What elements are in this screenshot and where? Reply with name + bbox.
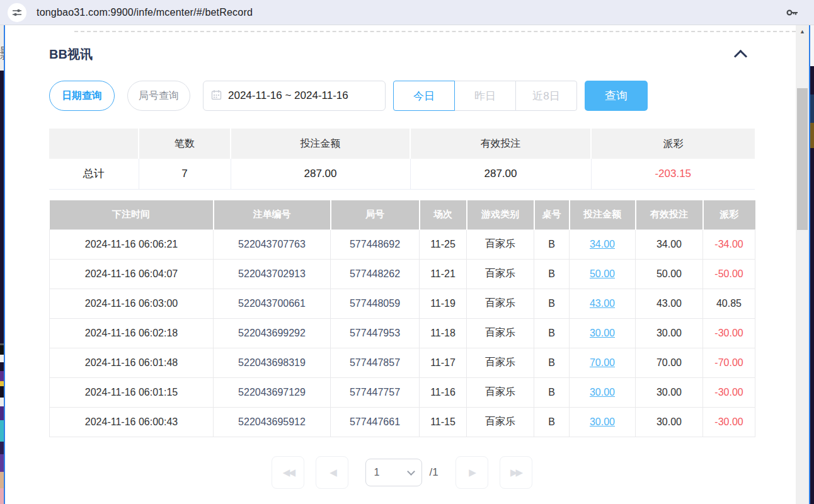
scrollbar[interactable]: ▲ xyxy=(796,25,809,504)
header-game-type: 游戏类别 xyxy=(467,200,534,229)
header-bet-time: 下注时间 xyxy=(50,200,214,229)
page-select-value: 1 xyxy=(374,467,408,478)
table-no-cell: B xyxy=(534,259,570,289)
table-no-cell: B xyxy=(534,318,570,348)
round-query-tab[interactable]: 局号查询 xyxy=(127,81,190,111)
bet-time-cell: 2024-11-16 06:02:18 xyxy=(50,318,214,348)
bet-amount-cell: 43.00 xyxy=(570,289,636,318)
summary-header-count: 笔数 xyxy=(139,129,231,159)
next-page-button[interactable]: ▶ xyxy=(456,456,488,489)
today-button[interactable]: 今日 xyxy=(393,81,455,111)
bet-amount-link[interactable]: 30.00 xyxy=(590,328,615,338)
bet-record-panel: BB视讯 日期查询 局号查询 2024-11-16 ~ 2024-11 xyxy=(5,25,796,504)
browser-address-bar[interactable]: tongbao31.com:9900/infe/mcenter/#/betRec… xyxy=(0,0,814,25)
bet-amount-link[interactable]: 70.00 xyxy=(590,357,615,368)
bet-time-cell: 2024-11-16 06:00:43 xyxy=(50,407,214,437)
summary-header-valid-bet: 有效投注 xyxy=(410,129,591,159)
payout-cell: -50.00 xyxy=(703,259,755,289)
summary-table: 笔数 投注金额 有效投注 派彩 总计 7 287.00 287.00 -203.… xyxy=(49,129,755,190)
header-round-id: 局号 xyxy=(331,200,420,229)
bet-time-cell: 2024-11-16 06:01:48 xyxy=(50,348,214,377)
bet-time-cell: 2024-11-16 06:01:15 xyxy=(50,377,214,407)
bet-table-header-row: 下注时间注单编号局号场次游戏类别桌号投注金额有效投注派彩 xyxy=(50,200,755,229)
session-cell: 11-15 xyxy=(420,407,467,437)
table-row: 2024-11-16 06:01:15522043697129577447757… xyxy=(50,377,755,407)
header-payout: 派彩 xyxy=(703,200,755,229)
game-type-cell: 百家乐 xyxy=(467,229,534,259)
game-type-cell: 百家乐 xyxy=(467,348,534,377)
table-no-cell: B xyxy=(534,289,570,318)
order-id-cell: 522043695912 xyxy=(214,407,331,437)
bet-amount-link[interactable]: 34.00 xyxy=(590,239,615,249)
table-no-cell: B xyxy=(534,407,570,437)
scrollbar-thumb[interactable] xyxy=(797,88,808,230)
valid-bet-cell: 43.00 xyxy=(636,289,703,318)
yesterday-button[interactable]: 昨日 xyxy=(454,81,516,111)
table-no-cell: B xyxy=(534,229,570,259)
bet-amount-link[interactable]: 30.00 xyxy=(590,416,615,427)
table-row: 2024-11-16 06:01:48522043698319577447857… xyxy=(50,348,755,377)
bet-amount-cell: 30.00 xyxy=(570,407,636,437)
prev-page-button[interactable]: ◀ xyxy=(316,456,348,489)
bet-amount-cell: 30.00 xyxy=(570,377,636,407)
table-no-cell: B xyxy=(534,348,570,377)
table-row: 2024-11-16 06:00:43522043695912577447661… xyxy=(50,407,755,437)
session-cell: 11-17 xyxy=(420,348,467,377)
first-page-button[interactable]: ◀◀ xyxy=(272,456,304,489)
bet-amount-link[interactable]: 43.00 xyxy=(590,298,615,309)
game-type-cell: 百家乐 xyxy=(467,259,534,289)
total-pages-label: /1 xyxy=(429,466,438,479)
last-8-days-button[interactable]: 近8日 xyxy=(515,81,577,111)
round-id-cell: 577447953 xyxy=(331,318,420,348)
scroll-up-arrow-icon[interactable]: ▲ xyxy=(796,25,809,38)
valid-bet-cell: 30.00 xyxy=(636,377,703,407)
summary-bet-amount-value: 287.00 xyxy=(231,159,410,189)
game-type-cell: 百家乐 xyxy=(467,289,534,318)
session-cell: 11-18 xyxy=(420,318,467,348)
bet-amount-cell: 50.00 xyxy=(570,259,636,289)
pagination: ◀◀ ◀ 1 /1 ▶ ▶▶ xyxy=(49,455,755,490)
table-row: 2024-11-16 06:02:18522043699292577447953… xyxy=(50,318,755,348)
bet-amount-link[interactable]: 30.00 xyxy=(590,387,615,398)
header-session: 场次 xyxy=(420,200,467,229)
summary-header-payout: 派彩 xyxy=(591,129,755,159)
password-key-button[interactable] xyxy=(784,4,800,21)
valid-bet-cell: 34.00 xyxy=(636,229,703,259)
collapse-button[interactable] xyxy=(731,49,750,63)
bet-amount-cell: 34.00 xyxy=(570,229,636,259)
background-right-sliver xyxy=(810,25,814,66)
valid-bet-cell: 50.00 xyxy=(636,259,703,289)
game-type-cell: 百家乐 xyxy=(467,407,534,437)
page-title: BB视讯 xyxy=(49,46,93,63)
bet-amount-link[interactable]: 50.00 xyxy=(590,268,615,279)
chevron-up-icon xyxy=(733,50,747,63)
bet-time-cell: 2024-11-16 06:03:00 xyxy=(50,289,214,318)
payout-cell: 40.85 xyxy=(703,289,755,318)
filter-bar: 日期查询 局号查询 2024-11-16 ~ 2024-11-16 今日 xyxy=(49,81,648,111)
summary-header-row: 笔数 投注金额 有效投注 派彩 xyxy=(49,129,755,159)
order-id-cell: 522043697129 xyxy=(214,377,331,407)
bet-time-cell: 2024-11-16 06:04:07 xyxy=(50,259,214,289)
background-right-dark xyxy=(810,66,814,504)
first-page-icon: ◀◀ xyxy=(283,467,294,478)
calendar-icon xyxy=(211,89,222,103)
search-button[interactable]: 查询 xyxy=(585,81,648,111)
session-cell: 11-16 xyxy=(420,377,467,407)
summary-total-row: 总计 7 287.00 287.00 -203.15 xyxy=(49,159,755,189)
header-order-id: 注单编号 xyxy=(214,200,331,229)
date-query-tab[interactable]: 日期查询 xyxy=(49,81,115,111)
page-select[interactable]: 1 xyxy=(365,459,422,486)
valid-bet-cell: 30.00 xyxy=(636,407,703,437)
table-no-cell: B xyxy=(534,377,570,407)
round-id-cell: 577447857 xyxy=(331,348,420,377)
url-text[interactable]: tongbao31.com:9900/infe/mcenter/#/betRec… xyxy=(37,7,253,18)
last-page-button[interactable]: ▶▶ xyxy=(500,456,532,489)
date-range-input[interactable]: 2024-11-16 ~ 2024-11-16 xyxy=(203,81,386,111)
table-row: 2024-11-16 06:03:00522043700661577448059… xyxy=(50,289,755,318)
order-id-cell: 522043700661 xyxy=(214,289,331,318)
summary-valid-bet-value: 287.00 xyxy=(410,159,591,189)
header-table-no: 桌号 xyxy=(534,200,570,229)
bet-table-body: 2024-11-16 06:06:21522043707763577448692… xyxy=(50,229,755,437)
site-settings-button[interactable] xyxy=(8,3,26,22)
summary-header-bet-amount: 投注金额 xyxy=(231,129,410,159)
